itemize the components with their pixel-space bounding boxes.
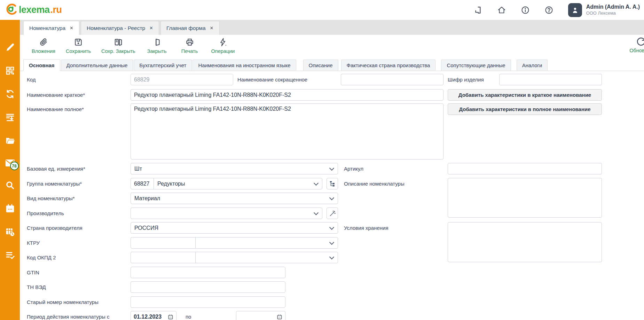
tab-description[interactable]: Описание <box>303 60 338 71</box>
nomenclature-description-textarea[interactable] <box>448 178 602 218</box>
brand-logo[interactable]: lexema.ru <box>5 3 62 16</box>
form-main-panel: Код Наименование сокращенное Шифр издели… <box>20 71 644 320</box>
country-value: РОССИЯ <box>134 225 328 231</box>
period-to-label: по <box>186 311 191 320</box>
refresh-label: Обновить <box>629 48 644 53</box>
calendar-icon[interactable] <box>168 314 173 320</box>
print-button[interactable]: Печать <box>179 38 201 54</box>
user-name: Admin (Admin A. A.) <box>586 3 640 10</box>
chevron-down-icon <box>314 210 319 215</box>
name-full-textarea[interactable]: Редуктор планетарный Liming FA142-10N-R8… <box>131 103 443 159</box>
tab-related-data[interactable]: Сопутствующие данные <box>441 60 511 71</box>
article-label: Артикул <box>344 163 363 174</box>
info-icon[interactable] <box>521 6 530 15</box>
calendar-icon[interactable] <box>277 314 282 320</box>
save-close-label: Сохр. Закрыть <box>101 48 135 54</box>
table-clock-icon[interactable] <box>5 227 15 237</box>
mail-icon[interactable]: 78 <box>5 159 15 167</box>
tab-foreign-names[interactable]: Наименования на иностранном языке <box>193 60 296 71</box>
article-input[interactable] <box>448 163 602 174</box>
group-select[interactable]: Редукторы <box>154 178 322 189</box>
okpd2-select[interactable] <box>131 252 338 263</box>
door-icon <box>152 38 162 47</box>
mdi-tab-reestr[interactable]: Номенклатура - Реестр ✕ <box>81 21 159 35</box>
save-button[interactable]: Сохранить <box>66 38 91 54</box>
printer-icon <box>185 38 194 47</box>
cipher-label: Шифр изделия <box>448 74 484 85</box>
person-icon <box>571 6 579 14</box>
operations-button[interactable]: Операции <box>211 38 235 54</box>
gtin-label: GTIN <box>27 267 39 278</box>
operations-label: Операции <box>211 48 235 54</box>
search-icon[interactable] <box>5 180 15 190</box>
mdi-tab-label: Номенклатура - Реестр <box>87 25 145 31</box>
base-unit-select[interactable]: Шт <box>131 163 338 174</box>
kind-value: Материал <box>134 195 328 202</box>
sync-icon[interactable] <box>5 89 15 99</box>
import-list-icon[interactable] <box>5 112 15 123</box>
tab-accounting[interactable]: Бухгалтерский учет <box>134 60 192 71</box>
country-select[interactable]: РОССИЯ <box>131 222 338 234</box>
storage-textarea[interactable] <box>448 222 602 262</box>
mdi-tab-main-form[interactable]: Главная форма ✕ <box>160 21 219 35</box>
field-divider <box>195 237 196 248</box>
brand-tld: .ru <box>50 5 62 15</box>
close-tab-icon[interactable]: ✕ <box>70 25 73 31</box>
tab-analogs[interactable]: Аналоги <box>517 60 548 71</box>
code-input[interactable] <box>131 74 233 85</box>
print-label: Печать <box>181 48 198 54</box>
nomenclature-description-label: Описание номенклатуры <box>344 178 405 189</box>
tnved-input[interactable] <box>131 281 285 293</box>
close-tab-icon[interactable]: ✕ <box>149 25 153 31</box>
edit-pencil-icon[interactable] <box>5 42 15 53</box>
chevron-down-icon <box>329 195 334 200</box>
cipher-input[interactable] <box>499 74 602 85</box>
short-abbr-input[interactable] <box>341 74 443 85</box>
brand-name: lexema <box>19 5 50 15</box>
tab-actual-country[interactable]: Фактическая страна производства <box>341 60 436 71</box>
name-short-input[interactable] <box>131 89 443 101</box>
name-short-label: Наименование краткое* <box>27 89 85 101</box>
group-code-input[interactable] <box>131 178 154 189</box>
add-characteristics-full-button[interactable]: Добавить характеристики в полное наимено… <box>448 103 602 115</box>
chevron-down-icon <box>314 180 319 185</box>
folder-open-icon[interactable] <box>5 135 15 146</box>
tab-label: Аналоги <box>522 62 542 68</box>
chevron-down-icon <box>329 240 334 244</box>
attachments-button[interactable]: Вложения <box>32 38 55 54</box>
group-tree-button[interactable] <box>327 178 338 189</box>
qr-code-icon[interactable] <box>5 65 15 76</box>
manufacturer-select[interactable] <box>131 208 322 219</box>
ktru-label: КТРУ <box>27 237 40 249</box>
mail-badge: 78 <box>10 162 19 170</box>
lightning-icon <box>218 38 227 47</box>
short-abbr-label: Наименование сокращенное <box>237 74 307 85</box>
user-org: ООО Лексема <box>586 10 640 16</box>
add-characteristics-short-button[interactable]: Добавить характеристики в краткое наимен… <box>448 89 602 101</box>
home-icon[interactable] <box>497 6 506 15</box>
tab-additional[interactable]: Дополнительные данные <box>61 60 133 71</box>
field-divider <box>195 252 196 263</box>
save-close-button[interactable]: Сохр. Закрыть <box>101 38 135 54</box>
name-full-label: Наименование полное* <box>27 103 84 113</box>
period-to-date[interactable] <box>236 311 285 320</box>
gtin-input[interactable] <box>131 267 285 278</box>
calendar-icon[interactable] <box>5 203 15 214</box>
period-from-date[interactable]: 01.12.2023 <box>131 311 176 320</box>
close-button[interactable]: Закрыть <box>146 38 168 54</box>
close-tab-icon[interactable]: ✕ <box>210 25 214 31</box>
old-number-input[interactable] <box>131 296 285 308</box>
avatar[interactable] <box>568 3 582 17</box>
lexema-logo-icon <box>5 3 18 16</box>
window-icon[interactable] <box>473 6 482 15</box>
mdi-tab-nomenклатура[interactable]: Номенклатура ✕ <box>23 21 79 35</box>
ktru-select[interactable] <box>131 237 338 249</box>
manufacturer-wizard-button[interactable] <box>327 208 338 219</box>
checklist-icon[interactable] <box>5 250 15 260</box>
refresh-button[interactable]: Обновить <box>625 36 644 53</box>
form-tabs: Основная Дополнительные данные Бухгалтер… <box>20 59 644 71</box>
user-info[interactable]: Admin (Admin A. A.) ООО Лексема <box>586 3 640 16</box>
kind-select[interactable]: Материал <box>131 193 338 204</box>
help-icon[interactable] <box>544 6 553 15</box>
tab-main[interactable]: Основная <box>23 59 60 71</box>
